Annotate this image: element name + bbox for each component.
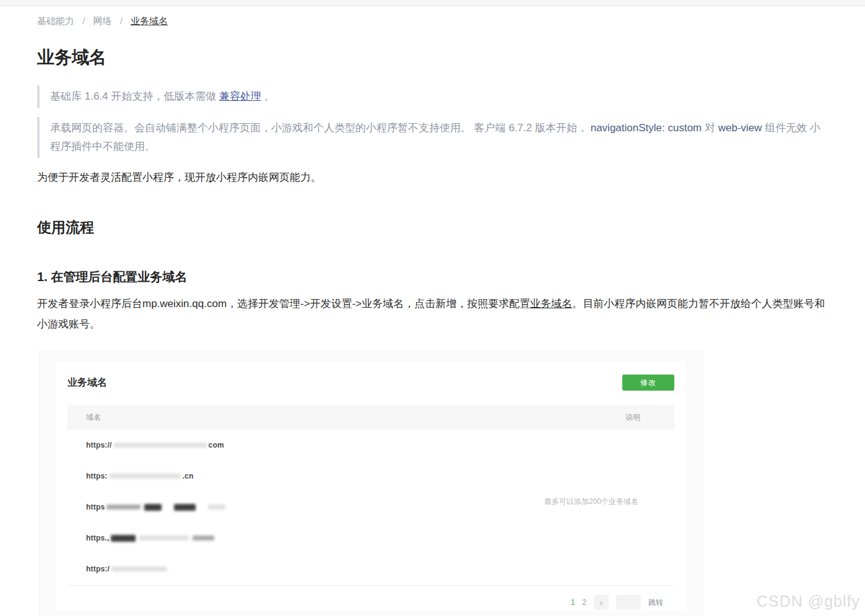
compat-note-text-after: 。 [261, 90, 275, 102]
table-row: https:.cn [67, 461, 674, 492]
component-description-note: 承载网页的容器。会自动铺满整个小程序页面，小游戏和个人类型的小程序暂不支持使用。… [37, 117, 830, 158]
step-text-underlined: 业务域名 [530, 298, 572, 310]
desc-text: 承载网页的容器。会自动铺满整个小程序页面，小游戏和个人类型的小程序暂不支持使用。… [50, 122, 591, 134]
step-1-heading: 1. 在管理后台配置业务域名 [37, 269, 829, 284]
card-header: 业务域名 修改 [67, 362, 674, 391]
domain-prefix: https:/ [86, 565, 110, 573]
doc-page: 基础能力 / 网络 / 业务域名 业务域名 基础库 1.6.4 开始支持，低版本… [0, 14, 865, 616]
redacted-segment [193, 536, 214, 540]
compat-note-text: 基础库 1.6.4 开始支持，低版本需做 [50, 90, 219, 102]
csdn-watermark: CSDN @gblfy [757, 592, 860, 610]
domain-suffix: .cn [183, 472, 194, 480]
redacted-segment [111, 535, 136, 542]
web-view-code: web-view [718, 122, 762, 134]
admin-console-screenshot: 业务域名 修改 域名 说明 https://com https:.cn http… [39, 350, 703, 616]
breadcrumb-item-capability[interactable]: 基础能力 [37, 15, 74, 26]
chevron-right-icon: › [600, 598, 602, 607]
table-header: 域名 说明 [67, 405, 674, 430]
domain-table-body: https://com https:.cn https https., http… [67, 430, 674, 584]
breadcrumb-item-current[interactable]: 业务域名 [131, 15, 168, 26]
navigation-style-code: navigationStyle: custom [591, 122, 702, 134]
intro-paragraph: 为便于开发者灵活配置小程序，现开放小程序内嵌网页能力。 [37, 171, 829, 184]
domain-settings-card: 业务域名 修改 域名 说明 https://com https:.cn http… [56, 362, 685, 610]
breadcrumb: 基础能力 / 网络 / 业务域名 [37, 14, 829, 28]
usage-flow-heading: 使用流程 [37, 219, 829, 235]
table-row: https:/ [67, 553, 674, 584]
compat-note: 基础库 1.6.4 开始支持，低版本需做 兼容处理 。 [37, 85, 829, 108]
column-description: 说明 [625, 412, 640, 423]
redacted-segment [144, 504, 162, 511]
domain-prefix: https: [86, 472, 108, 480]
page-1: 1 [571, 598, 575, 607]
domain-prefix: https., [86, 534, 109, 542]
step-text: 开发者登录小程序后台mp.weixin.qq.com，选择开发管理->开发设置-… [37, 298, 530, 310]
pagination: 1 2 › 跳转 [67, 595, 663, 610]
compat-link[interactable]: 兼容处理 [219, 90, 261, 102]
breadcrumb-separator: / [120, 15, 123, 26]
breadcrumb-item-network[interactable]: 网络 [93, 15, 112, 26]
page-title: 业务域名 [37, 47, 829, 67]
redacted-segment [111, 566, 167, 571]
domain-prefix: https:// [86, 441, 112, 449]
column-domain: 域名 [86, 412, 101, 423]
card-title: 业务域名 [67, 376, 107, 389]
domain-prefix: https [86, 503, 105, 511]
domain-suffix: com [209, 441, 224, 449]
redacted-segment [174, 504, 196, 511]
domain-limit-note: 最多可以添加200个业务域名 [544, 497, 638, 507]
redacted-segment [208, 505, 225, 510]
table-bottom-divider [67, 585, 674, 586]
top-strip [0, 0, 865, 6]
desc-text: 对 [702, 122, 718, 134]
table-row: https://com [67, 430, 674, 461]
table-row: https., [67, 523, 674, 553]
step-1-paragraph: 开发者登录小程序后台mp.weixin.qq.com，选择开发管理->开发设置-… [37, 293, 833, 334]
redacted-segment [110, 474, 181, 479]
edit-button: 修改 [622, 375, 674, 391]
page-jump-input [616, 595, 641, 610]
redacted-segment [114, 443, 207, 448]
jump-label: 跳转 [648, 597, 663, 608]
breadcrumb-separator: / [82, 15, 85, 26]
next-page-button: › [594, 595, 609, 610]
redacted-segment [139, 536, 189, 540]
page-2: 2 [582, 598, 586, 607]
redacted-segment [106, 505, 141, 510]
